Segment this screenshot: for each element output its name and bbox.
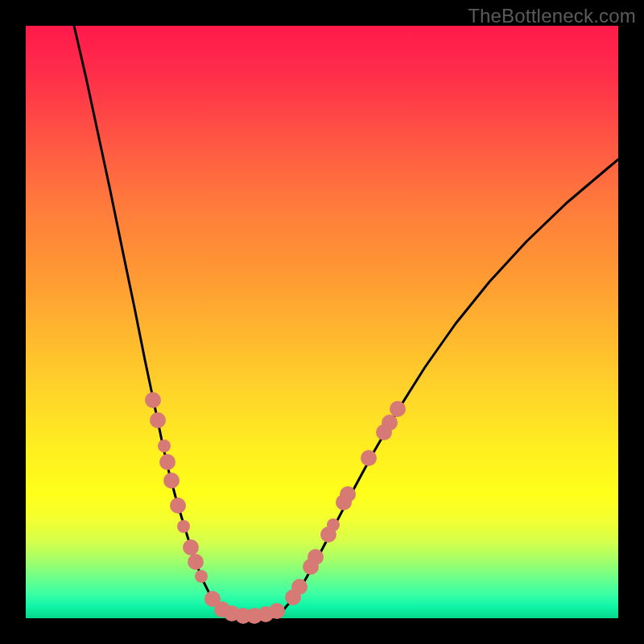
marker-dot [269, 603, 285, 619]
marker-dot [308, 549, 324, 565]
chart-frame: TheBottleneck.com [0, 0, 644, 644]
marker-dot [163, 473, 180, 489]
marker-dot [188, 554, 204, 570]
marker-dot [382, 415, 398, 431]
marker-dot [390, 401, 406, 417]
curve-path [74, 26, 618, 617]
marker-dot [361, 450, 377, 466]
marker-dot [340, 486, 356, 502]
chart-overlay [26, 26, 618, 618]
marker-dot [183, 539, 199, 555]
marker-dot [291, 579, 308, 595]
marker-dot [158, 440, 171, 452]
marker-dot [177, 520, 190, 533]
marker-dot [170, 497, 186, 514]
marker-dot [195, 570, 208, 583]
marker-dot [150, 412, 166, 428]
highlight-markers [145, 392, 406, 624]
marker-dot [159, 454, 175, 470]
marker-dot [327, 518, 340, 531]
watermark-text: TheBottleneck.com [468, 5, 636, 27]
marker-dot [145, 392, 161, 408]
bottleneck-curve [74, 26, 618, 617]
